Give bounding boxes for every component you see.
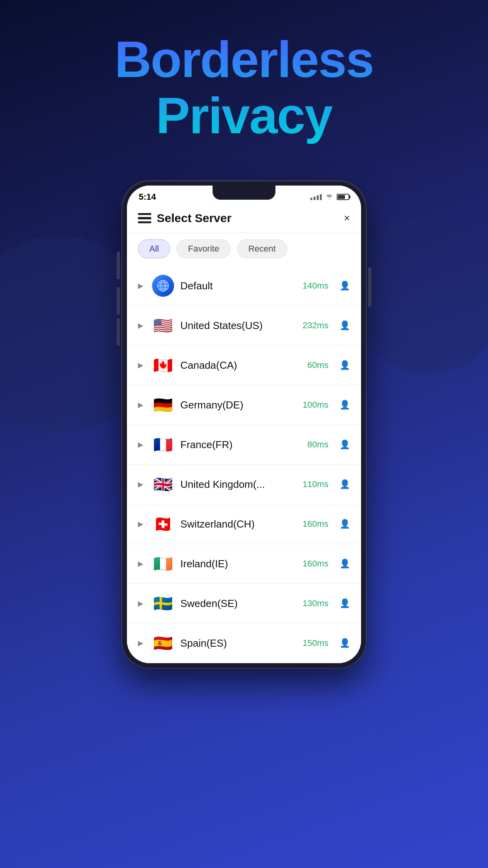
- chevron-right-icon: ▶: [138, 520, 146, 528]
- tab-all[interactable]: All: [138, 239, 170, 258]
- server-latency: 60ms: [307, 360, 328, 370]
- person-icon: 👤: [339, 638, 350, 648]
- server-flag-es: 🇪🇸: [152, 632, 174, 654]
- server-latency: 232ms: [303, 320, 328, 331]
- server-name: Spain(ES): [180, 637, 296, 649]
- person-icon: 👤: [339, 360, 350, 370]
- list-item[interactable]: ▶ 🇺🇸 United States(US) 232ms 👤: [127, 306, 361, 346]
- server-name: France(FR): [180, 439, 301, 451]
- phone-frame: 5:14: [122, 181, 366, 668]
- phone-screen: 5:14: [127, 186, 361, 663]
- chevron-right-icon: ▶: [138, 599, 146, 608]
- chevron-right-icon: ▶: [138, 639, 146, 647]
- person-icon: 👤: [339, 400, 350, 410]
- signal-icon: [310, 194, 322, 200]
- server-latency: 140ms: [303, 281, 328, 291]
- server-name: United Kingdom(...: [180, 478, 296, 491]
- list-item[interactable]: ▶ 🇪🇸 Spain(ES) 150ms 👤: [127, 623, 361, 663]
- list-item[interactable]: ▶ 🇨🇦 Canada(CA) 60ms 👤: [127, 346, 361, 385]
- hero-line2: Privacy: [156, 87, 332, 144]
- header-left: Select Server: [138, 211, 231, 225]
- server-flag-us: 🇺🇸: [152, 314, 174, 337]
- person-icon: 👤: [339, 559, 350, 569]
- app-header: Select Server ×: [127, 205, 361, 233]
- list-item[interactable]: ▶ 🇩🇪 Germany(DE) 100ms 👤: [127, 385, 361, 425]
- tab-recent[interactable]: Recent: [237, 239, 287, 258]
- chevron-right-icon: ▶: [138, 480, 146, 489]
- server-name: Canada(CA): [180, 359, 301, 371]
- server-latency: 160ms: [303, 519, 328, 529]
- hero-section: Borderless Privacy: [0, 31, 488, 144]
- close-button[interactable]: ×: [344, 213, 350, 224]
- hero-title: Borderless Privacy: [0, 31, 488, 144]
- status-icons: [310, 194, 349, 200]
- chevron-right-icon: ▶: [138, 281, 146, 290]
- server-latency: 160ms: [303, 559, 328, 569]
- chevron-right-icon: ▶: [138, 559, 146, 568]
- battery-icon: [337, 194, 349, 200]
- phone-mockup: 5:14: [122, 181, 366, 668]
- tab-favorite[interactable]: Favorite: [176, 239, 230, 258]
- server-latency: 130ms: [303, 598, 328, 609]
- server-name: Switzerland(CH): [180, 518, 296, 530]
- person-icon: 👤: [339, 320, 350, 331]
- server-latency: 150ms: [303, 638, 328, 648]
- phone-notch: [213, 186, 275, 200]
- list-item[interactable]: ▶ Default 140ms 👤: [127, 266, 361, 306]
- server-name: Sweden(SE): [180, 598, 296, 610]
- server-latency: 80ms: [307, 440, 328, 450]
- server-flag-ch: 🇨🇭: [152, 513, 174, 535]
- list-item[interactable]: ▶ 🇫🇷 France(FR) 80ms 👤: [127, 425, 361, 465]
- status-time: 5:14: [139, 192, 156, 202]
- server-name: Default: [180, 280, 296, 292]
- chevron-right-icon: ▶: [138, 361, 146, 370]
- server-flag-de: 🇩🇪: [152, 394, 174, 416]
- person-icon: 👤: [339, 440, 350, 450]
- page-title: Select Server: [157, 211, 231, 225]
- server-flag-ca: 🇨🇦: [152, 354, 174, 376]
- server-name: United States(US): [180, 320, 296, 332]
- server-flag-ie: 🇮🇪: [152, 553, 174, 575]
- server-name: Ireland(IE): [180, 558, 296, 570]
- server-flag-se: 🇸🇪: [152, 592, 174, 614]
- server-list-icon: [138, 213, 151, 223]
- server-name: Germany(DE): [180, 399, 296, 411]
- chevron-right-icon: ▶: [138, 321, 146, 330]
- hero-line1: Borderless: [114, 31, 373, 88]
- server-latency: 100ms: [303, 400, 328, 410]
- person-icon: 👤: [339, 281, 350, 291]
- server-list: ▶ Default 140ms 👤 ▶ 🇺🇸 United States(US)…: [127, 266, 361, 663]
- server-flag-default: [152, 275, 174, 297]
- person-icon: 👤: [339, 479, 350, 489]
- person-icon: 👤: [339, 519, 350, 529]
- list-item[interactable]: ▶ 🇬🇧 United Kingdom(... 110ms 👤: [127, 465, 361, 504]
- server-flag-gb: 🇬🇧: [152, 473, 174, 495]
- list-item[interactable]: ▶ 🇨🇭 Switzerland(CH) 160ms 👤: [127, 504, 361, 544]
- server-latency: 110ms: [303, 479, 328, 489]
- filter-tabs: All Favorite Recent: [127, 233, 361, 266]
- chevron-right-icon: ▶: [138, 440, 146, 449]
- chevron-right-icon: ▶: [138, 401, 146, 409]
- wifi-icon: [325, 194, 334, 200]
- person-icon: 👤: [339, 598, 350, 609]
- list-item[interactable]: ▶ 🇸🇪 Sweden(SE) 130ms 👤: [127, 584, 361, 623]
- list-item[interactable]: ▶ 🇮🇪 Ireland(IE) 160ms 👤: [127, 544, 361, 584]
- server-flag-fr: 🇫🇷: [152, 434, 174, 456]
- battery-fill: [338, 195, 345, 199]
